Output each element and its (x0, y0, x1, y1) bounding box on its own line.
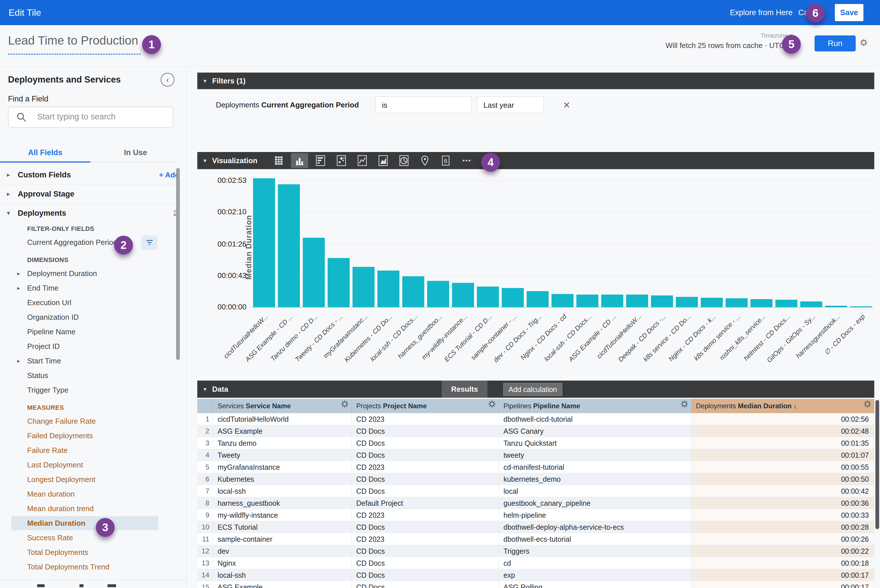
chart-bar[interactable] (751, 299, 773, 307)
field-label[interactable]: Total Deployments (27, 545, 88, 560)
data-cell[interactable]: CD Docs (352, 425, 499, 437)
field-label[interactable]: Longest Deployment (27, 472, 95, 487)
sidebar-field-deployment-duration[interactable]: ▸Deployment Duration (0, 266, 183, 281)
data-cell[interactable]: CD Docs (352, 557, 499, 569)
sidebar-field-start-time[interactable]: ▸Start Time (0, 354, 183, 368)
median-duration-cell[interactable]: 00:00:42 (691, 485, 874, 497)
sidebar-field-median-duration[interactable]: Median Duration (0, 516, 183, 531)
column-header-median-duration[interactable]: Deployments Median Duration ↓ (691, 399, 874, 413)
field-label[interactable]: Total Deployments Trend (27, 560, 110, 574)
field-label[interactable]: Failed Deployments (27, 429, 93, 443)
chart-bar[interactable] (303, 238, 325, 307)
results-tab[interactable]: Results (442, 381, 487, 398)
data-cell[interactable]: ECS Tutorial (213, 521, 352, 533)
median-duration-cell[interactable]: 00:01:07 (691, 449, 874, 461)
data-cell[interactable]: myGrafanaInstance (213, 461, 352, 473)
field-label[interactable]: Median Duration (27, 516, 86, 531)
sidebar-field-mean-duration-trend[interactable]: Mean duration trend (0, 501, 183, 516)
median-duration-cell[interactable]: 00:00:17 (691, 581, 874, 588)
filter-value-input[interactable]: Last year (477, 97, 544, 113)
sidebar-field-mean-duration[interactable]: Mean duration (0, 487, 183, 501)
filter-operator-select[interactable]: is (375, 97, 471, 113)
single-value-icon[interactable]: 6 (437, 153, 454, 168)
chevron-right-icon[interactable]: ▸ (17, 266, 20, 281)
field-label[interactable]: Project ID (27, 339, 60, 354)
data-cell[interactable]: cd (499, 557, 691, 569)
median-duration-cell[interactable]: 00:00:17 (691, 569, 874, 581)
filters-section-bar[interactable]: ▾ Filters (1) Custom Filter (197, 73, 874, 89)
chart-bar[interactable] (825, 306, 847, 307)
tab-all-fields[interactable]: All Fields (0, 144, 90, 161)
chevron-right-icon[interactable]: ▸ (17, 281, 20, 296)
table-viz-icon[interactable] (270, 153, 287, 168)
collapse-visualization-icon[interactable]: ▾ (203, 152, 206, 169)
chart-bar[interactable] (626, 295, 648, 307)
tile-title[interactable]: Lead Time to Production (8, 34, 138, 47)
chart-bar[interactable] (427, 281, 449, 307)
median-duration-cell[interactable]: 00:02:56 (691, 413, 874, 425)
add-calculation-button[interactable]: Add calculation (503, 383, 563, 396)
data-cell[interactable]: CD 2023 (352, 509, 499, 521)
chart-bar[interactable] (775, 300, 797, 307)
median-duration-cell[interactable]: 00:00:50 (691, 473, 874, 485)
more-viz-icon[interactable] (458, 153, 475, 168)
median-duration-cell[interactable]: 00:00:26 (691, 533, 874, 545)
data-cell[interactable]: CD 2023 (352, 413, 499, 425)
chart-bar[interactable] (676, 297, 698, 307)
map-pin-icon[interactable] (416, 153, 433, 168)
data-cell[interactable]: harness_guestbook (213, 497, 352, 509)
sidebar-field-failure-rate[interactable]: Failure Rate (0, 443, 183, 458)
data-cell[interactable]: CD 2023 (352, 461, 499, 473)
collapse-data-icon[interactable]: ▾ (203, 381, 206, 398)
data-cell[interactable]: helm-pipeline (499, 509, 691, 521)
scatter-chart-icon[interactable] (333, 153, 350, 168)
data-cell[interactable]: CD Docs (352, 545, 499, 557)
data-cell[interactable]: dev (213, 545, 352, 557)
field-label[interactable]: Success Rate (27, 531, 73, 545)
field-label[interactable]: End Time (27, 281, 59, 296)
data-cell[interactable]: Default Project (352, 497, 499, 509)
data-cell[interactable]: cd-manifest-tutorial (499, 461, 691, 473)
settings-gear-icon[interactable] (859, 38, 868, 48)
table-scrollbar[interactable] (875, 400, 879, 529)
median-duration-cell[interactable]: 00:00:33 (691, 509, 874, 521)
sidebar-field-project-id[interactable]: Project ID (0, 339, 183, 354)
data-cell[interactable]: tweety (499, 449, 691, 461)
field-label[interactable]: Trigger Type (27, 383, 69, 398)
median-duration-cell[interactable]: 00:00:18 (691, 557, 874, 569)
data-cell[interactable]: ASG Example (213, 425, 352, 437)
field-label[interactable]: Start Time (27, 354, 61, 368)
sidebar-field-trigger-type[interactable]: Trigger Type (0, 383, 183, 398)
data-cell[interactable]: exp (499, 569, 691, 581)
data-cell[interactable]: CD Docs (352, 437, 499, 449)
sidebar-field-failed-deployments[interactable]: Failed Deployments (0, 429, 183, 443)
run-button[interactable]: Run (815, 35, 856, 51)
chart-bar[interactable] (328, 258, 350, 307)
data-section-bar[interactable]: ▾ Data Results Add calculation Row Limit… (197, 381, 874, 398)
field-label[interactable]: Execution Url (27, 296, 71, 310)
data-cell[interactable]: ASG Example (213, 581, 352, 588)
visualization-section-bar[interactable]: ▾ Visualization 6 Forecast Edit (197, 152, 874, 169)
column-header-pipeline-name[interactable]: Pipelines Pipeline Name (499, 399, 691, 413)
data-cell[interactable]: local-ssh (213, 569, 352, 581)
chart-bar[interactable] (253, 178, 275, 307)
column-gear-icon[interactable] (340, 399, 349, 413)
field-label[interactable]: Organization ID (27, 310, 79, 325)
data-cell[interactable]: local-ssh (213, 485, 352, 497)
data-cell[interactable]: ASG Rolling (499, 581, 691, 588)
data-cell[interactable]: CD Docs (352, 581, 499, 588)
remove-filter-icon[interactable]: × (560, 97, 573, 113)
column-gear-icon[interactable] (680, 399, 689, 413)
sidebar-field-longest-deployment[interactable]: Longest Deployment (0, 472, 183, 487)
bar-chart-icon[interactable] (312, 153, 329, 168)
field-label[interactable]: Current Aggregation Period (27, 235, 117, 250)
sidebar-field-change-failure-rate[interactable]: Change Failure Rate (0, 414, 183, 429)
chart-bar[interactable] (502, 288, 524, 307)
field-label[interactable]: Mean duration trend (27, 501, 94, 516)
sidebar-field-total-deployments[interactable]: Total Deployments (0, 545, 183, 560)
line-chart-icon[interactable] (354, 153, 371, 168)
sidebar-field-pipeline-name[interactable]: Pipeline Name (0, 325, 183, 339)
data-cell[interactable]: dbothwell-deploy-alpha-service-to-ecs (499, 521, 691, 533)
chart-bar[interactable] (278, 184, 300, 307)
sidebar-group-custom-fields[interactable]: ▸Custom Fields+ Add (0, 165, 183, 184)
